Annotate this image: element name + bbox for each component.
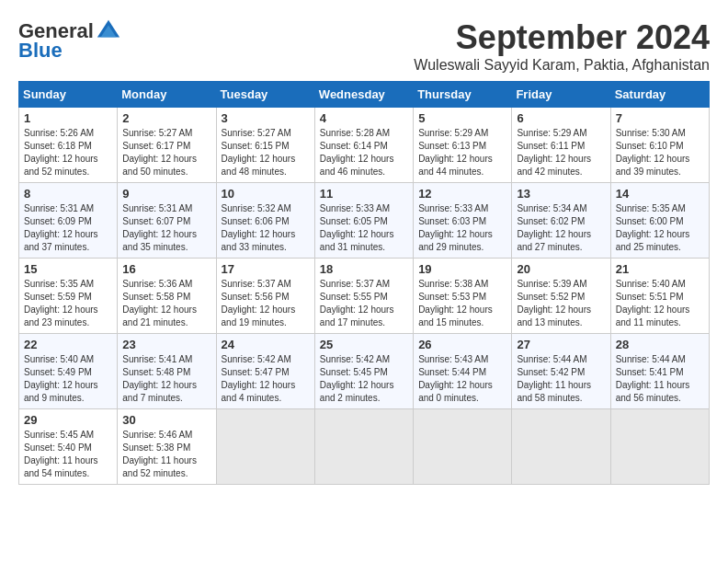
sunrise-text: Sunrise: 5:37 AM [222,279,291,289]
day-number: 16 [122,262,210,276]
calendar-cell: 21Sunrise: 5:40 AMSunset: 5:51 PMDayligh… [610,259,709,334]
calendar-cell: 17Sunrise: 5:37 AMSunset: 5:56 PMDayligh… [216,259,314,334]
sunset-text: Sunset: 6:06 PM [222,216,290,226]
cell-content: Sunrise: 5:32 AMSunset: 6:06 PMDaylight:… [222,202,310,254]
calendar-cell: 1Sunrise: 5:26 AMSunset: 6:18 PMDaylight… [19,108,118,183]
daylight-text: Daylight: 12 hours and 0 minutes. [418,380,493,403]
day-number: 4 [320,111,408,125]
day-number: 29 [24,413,112,427]
daylight-text: Daylight: 12 hours and 42 minutes. [517,154,591,177]
day-number: 6 [517,111,605,125]
sunrise-text: Sunrise: 5:27 AM [222,128,291,138]
daylight-text: Daylight: 12 hours and 7 minutes. [122,380,197,403]
cell-content: Sunrise: 5:29 AMSunset: 6:13 PMDaylight:… [418,127,506,178]
daylight-text: Daylight: 12 hours and 39 minutes. [616,154,690,177]
daylight-text: Daylight: 12 hours and 9 minutes. [24,380,98,403]
cell-content: Sunrise: 5:44 AMSunset: 5:42 PMDaylight:… [517,353,605,405]
sunset-text: Sunset: 6:05 PM [320,216,388,226]
calendar-cell: 3Sunrise: 5:27 AMSunset: 6:15 PMDaylight… [216,108,314,183]
day-number: 28 [616,338,704,351]
daylight-text: Daylight: 11 hours and 54 minutes. [24,455,98,478]
calendar-cell [314,409,413,485]
calendar-cell: 12Sunrise: 5:33 AMSunset: 6:03 PMDayligh… [414,183,512,259]
sunrise-text: Sunrise: 5:31 AM [24,203,94,213]
day-number: 15 [24,262,112,276]
cell-content: Sunrise: 5:27 AMSunset: 6:15 PMDaylight:… [222,127,310,178]
sunset-text: Sunset: 5:52 PM [517,292,585,302]
calendar-week-row: 15Sunrise: 5:35 AMSunset: 5:59 PMDayligh… [19,259,710,334]
day-number: 25 [320,338,408,351]
day-number: 13 [517,187,605,201]
sunrise-text: Sunrise: 5:46 AM [122,430,192,440]
sunrise-text: Sunrise: 5:40 AM [24,354,94,364]
calendar-cell: 28Sunrise: 5:44 AMSunset: 5:41 PMDayligh… [610,334,709,409]
sunrise-text: Sunrise: 5:27 AM [122,128,192,138]
day-number: 1 [24,111,112,125]
sunset-text: Sunset: 6:10 PM [616,141,684,151]
sunrise-text: Sunrise: 5:35 AM [616,203,686,213]
sunset-text: Sunset: 5:47 PM [222,367,290,377]
day-number: 23 [122,338,210,351]
day-number: 2 [122,111,210,125]
cell-content: Sunrise: 5:42 AMSunset: 5:45 PMDaylight:… [320,353,408,405]
sunrise-text: Sunrise: 5:42 AM [320,354,390,364]
calendar-cell: 13Sunrise: 5:34 AMSunset: 6:02 PMDayligh… [512,183,610,259]
cell-content: Sunrise: 5:42 AMSunset: 5:47 PMDaylight:… [222,353,310,405]
daylight-text: Daylight: 12 hours and 37 minutes. [24,229,98,252]
daylight-text: Daylight: 12 hours and 44 minutes. [418,154,493,177]
page-header: General Blue September 2024 Wuleswali Sa… [18,18,710,74]
sunset-text: Sunset: 5:48 PM [122,367,190,377]
calendar-week-row: 29Sunrise: 5:45 AMSunset: 5:40 PMDayligh… [19,409,710,485]
sunset-text: Sunset: 5:44 PM [418,367,486,377]
sunset-text: Sunset: 5:49 PM [24,367,92,377]
day-number: 8 [24,187,112,201]
daylight-text: Daylight: 12 hours and 48 minutes. [222,154,296,177]
sunset-text: Sunset: 6:17 PM [122,141,190,151]
sunset-text: Sunset: 6:11 PM [517,141,585,151]
sunrise-text: Sunrise: 5:40 AM [616,279,686,289]
daylight-text: Daylight: 11 hours and 56 minutes. [616,380,690,403]
sunset-text: Sunset: 6:00 PM [616,216,684,226]
sunrise-text: Sunrise: 5:42 AM [222,354,291,364]
logo: General Blue [18,18,121,63]
sunset-text: Sunset: 5:42 PM [517,367,585,377]
calendar-week-row: 8Sunrise: 5:31 AMSunset: 6:09 PMDaylight… [19,183,710,259]
sunrise-text: Sunrise: 5:43 AM [418,354,488,364]
daylight-text: Daylight: 12 hours and 2 minutes. [320,380,394,403]
cell-content: Sunrise: 5:43 AMSunset: 5:44 PMDaylight:… [418,353,506,405]
daylight-text: Daylight: 12 hours and 52 minutes. [24,154,98,177]
cell-content: Sunrise: 5:27 AMSunset: 6:17 PMDaylight:… [122,127,210,178]
sunrise-text: Sunrise: 5:34 AM [517,203,586,213]
sunrise-text: Sunrise: 5:35 AM [24,279,94,289]
calendar-cell: 18Sunrise: 5:37 AMSunset: 5:55 PMDayligh… [314,259,413,334]
day-number: 19 [418,262,506,276]
sunrise-text: Sunrise: 5:45 AM [24,430,94,440]
cell-content: Sunrise: 5:40 AMSunset: 5:49 PMDaylight:… [24,353,112,405]
daylight-text: Daylight: 12 hours and 17 minutes. [320,304,394,327]
daylight-text: Daylight: 12 hours and 25 minutes. [616,229,690,252]
logo-icon [96,18,121,44]
cell-content: Sunrise: 5:35 AMSunset: 5:59 PMDaylight:… [24,278,112,329]
cell-content: Sunrise: 5:39 AMSunset: 5:52 PMDaylight:… [517,278,605,329]
calendar-cell: 26Sunrise: 5:43 AMSunset: 5:44 PMDayligh… [414,334,512,409]
sunrise-text: Sunrise: 5:44 AM [517,354,586,364]
cell-content: Sunrise: 5:29 AMSunset: 6:11 PMDaylight:… [517,127,605,178]
calendar-cell: 19Sunrise: 5:38 AMSunset: 5:53 PMDayligh… [414,259,512,334]
sunrise-text: Sunrise: 5:30 AM [616,128,686,138]
calendar-cell: 24Sunrise: 5:42 AMSunset: 5:47 PMDayligh… [216,334,314,409]
day-number: 5 [418,111,506,125]
calendar-day-header-saturday: Saturday [610,82,709,108]
day-number: 18 [320,262,408,276]
calendar-cell: 4Sunrise: 5:28 AMSunset: 6:14 PMDaylight… [314,108,413,183]
daylight-text: Daylight: 12 hours and 15 minutes. [418,304,493,327]
title-section: September 2024 Wuleswali Sayyid Karam, P… [414,18,710,74]
calendar-week-row: 1Sunrise: 5:26 AMSunset: 6:18 PMDaylight… [19,108,710,183]
cell-content: Sunrise: 5:40 AMSunset: 5:51 PMDaylight:… [616,278,704,329]
calendar-cell: 11Sunrise: 5:33 AMSunset: 6:05 PMDayligh… [314,183,413,259]
sunrise-text: Sunrise: 5:33 AM [418,203,488,213]
daylight-text: Daylight: 12 hours and 21 minutes. [122,304,197,327]
day-number: 27 [517,338,605,351]
calendar-cell: 29Sunrise: 5:45 AMSunset: 5:40 PMDayligh… [19,409,118,485]
calendar-header-row: SundayMondayTuesdayWednesdayThursdayFrid… [19,82,710,108]
sunrise-text: Sunrise: 5:26 AM [24,128,94,138]
